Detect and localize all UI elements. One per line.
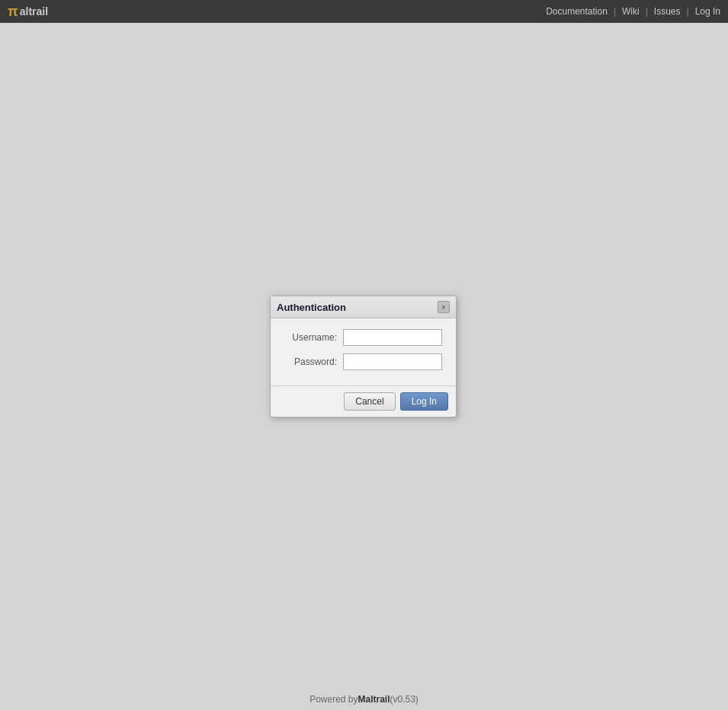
password-label: Password: — [280, 357, 337, 367]
footer-powered-by: Powered by — [309, 694, 358, 705]
auth-dialog: Authentication × Username: Password: Can… — [270, 296, 457, 417]
username-row: Username: — [280, 329, 447, 346]
cancel-button[interactable]: Cancel — [344, 392, 395, 411]
auth-dialog-header: Authentication × — [271, 296, 456, 318]
navbar-login-link[interactable]: Log In — [695, 6, 720, 17]
username-label: Username: — [280, 332, 337, 343]
password-input[interactable] — [343, 353, 442, 370]
footer: Powered by Maltrail (v0.53) — [0, 689, 728, 710]
nav-sep-2: | — [646, 6, 648, 17]
auth-dialog-title: Authentication — [277, 302, 346, 313]
logo-area: π altrail — [8, 4, 48, 20]
auth-close-button[interactable]: × — [438, 301, 450, 313]
footer-version: (v0.53) — [390, 694, 419, 705]
wiki-link[interactable]: Wiki — [622, 6, 640, 17]
logo-text: altrail — [20, 5, 48, 18]
footer-app-name: Maltrail — [358, 694, 390, 705]
nav-sep-1: | — [614, 6, 616, 17]
nav-links: Documentation | Wiki | Issues | Log In — [546, 6, 720, 17]
auth-form-area: Username: Password: — [271, 318, 456, 385]
auth-dialog-footer: Cancel Log In — [271, 385, 456, 417]
documentation-link[interactable]: Documentation — [546, 6, 608, 17]
password-row: Password: — [280, 353, 447, 370]
nav-sep-3: | — [687, 6, 689, 17]
logo-icon: π — [8, 4, 18, 20]
navbar: π altrail Documentation | Wiki | Issues … — [0, 0, 728, 23]
username-input[interactable] — [343, 329, 442, 346]
login-button[interactable]: Log In — [400, 392, 448, 411]
issues-link[interactable]: Issues — [654, 6, 681, 17]
